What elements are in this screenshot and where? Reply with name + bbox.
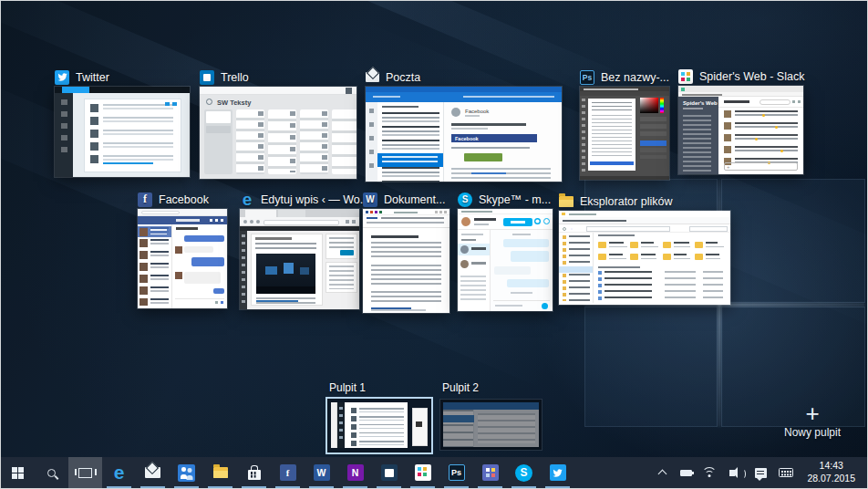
user-avatar <box>346 88 352 94</box>
window-photoshop[interactable]: Ps Bez nazwy-... <box>580 68 669 180</box>
trello-icon <box>381 464 398 481</box>
board-title: SW Teksty <box>217 99 251 107</box>
taskbar-skype[interactable]: S <box>507 457 541 488</box>
folder-item[interactable] <box>695 240 727 252</box>
folder-item[interactable] <box>598 240 630 252</box>
task-view-button[interactable] <box>68 457 102 488</box>
folder-item[interactable] <box>630 240 662 252</box>
send-icon[interactable] <box>542 303 548 309</box>
window-title: Spider's Web - Slack <box>699 70 804 83</box>
window-explorer[interactable]: Eksplorator plików <box>559 192 730 305</box>
message-avatars <box>724 110 731 167</box>
window-facebook-thumbnail <box>138 209 227 308</box>
start-button[interactable] <box>1 457 35 488</box>
tweet-link-line <box>103 162 153 164</box>
window-photoshop-thumbnail <box>580 87 669 180</box>
tray-volume[interactable] <box>721 457 749 488</box>
edge-icon: e <box>112 466 127 479</box>
taskbar-facebook[interactable]: f <box>271 457 305 488</box>
taskbar-mail[interactable] <box>136 457 170 488</box>
window-skype[interactable]: S Skype™ - m... <box>458 190 553 311</box>
call-icons[interactable] <box>543 218 550 224</box>
app-tiles-icon <box>482 464 499 481</box>
taskbar-file-explorer[interactable] <box>203 457 237 488</box>
publish-box <box>326 234 357 259</box>
window-slack-thumbnail: Spider's Web + <box>678 86 803 174</box>
taskbar-slack[interactable] <box>406 457 439 488</box>
tray-battery[interactable] <box>674 457 698 488</box>
window-title: Facebook <box>159 193 209 206</box>
desktop-2-thumbnail[interactable] <box>440 400 542 450</box>
message-items <box>382 112 439 182</box>
window-facebook[interactable]: f Facebook <box>138 190 227 308</box>
inactive-tab[interactable] <box>278 210 305 217</box>
skype-icon: S <box>458 192 472 207</box>
tray-wifi[interactable] <box>698 457 721 488</box>
window-mail[interactable]: Poczta Facebook <box>366 68 562 182</box>
message-input[interactable]: + <box>724 162 798 171</box>
taskbar-clock[interactable]: 14:43 28.07.2015 <box>800 460 863 484</box>
taskbar-edge[interactable]: e <box>102 457 136 488</box>
status-line <box>511 292 532 294</box>
address-box[interactable] <box>586 226 670 232</box>
call-button[interactable] <box>503 218 532 227</box>
browser-icons[interactable] <box>352 220 356 224</box>
folder-item[interactable] <box>630 252 662 264</box>
taskbar-trello[interactable] <box>372 457 406 488</box>
taskbar-word[interactable]: W <box>305 457 338 488</box>
window-trello[interactable]: Trello SW Teksty <box>200 68 356 179</box>
nav-arrows[interactable] <box>563 227 566 231</box>
taskbar-photoshop[interactable]: Ps <box>439 457 473 488</box>
card-avatars <box>258 111 264 172</box>
selected-message[interactable] <box>377 153 443 167</box>
action-center-icon <box>755 468 767 478</box>
tray-chevron-up[interactable] <box>650 457 674 488</box>
onenote-icon: N <box>347 464 364 481</box>
active-tab[interactable] <box>245 210 276 217</box>
url-field[interactable] <box>264 220 339 225</box>
tree-selected[interactable] <box>559 266 593 273</box>
file-explorer-icon <box>559 196 574 207</box>
new-desktop-label: Nowy pulpit <box>784 426 841 439</box>
search-button[interactable] <box>35 457 68 488</box>
window-edge[interactable]: e Edytuj wpis ‹ — Wo... <box>240 190 359 309</box>
window-slack[interactable]: Spider's Web - Slack Spider's Web <box>678 67 803 174</box>
window-title: Trello <box>221 71 249 84</box>
taskbar-twitter[interactable] <box>541 457 574 488</box>
window-twitter[interactable]: Twitter <box>55 68 190 177</box>
taskbar-onenote[interactable]: N <box>338 457 372 488</box>
folder-item[interactable] <box>663 240 695 252</box>
taskbar-people[interactable] <box>170 457 203 488</box>
document-page <box>363 228 450 313</box>
window-controls[interactable] <box>444 211 447 213</box>
gray-bubble <box>184 272 221 284</box>
selected-contact[interactable] <box>458 244 490 255</box>
search-box[interactable] <box>689 226 728 232</box>
tray-action-center[interactable] <box>749 457 772 488</box>
post-image <box>256 254 315 294</box>
chevron-up-icon <box>657 470 666 479</box>
tray-keyboard[interactable] <box>772 457 800 488</box>
search-pill[interactable] <box>141 211 180 214</box>
taskbar-app-tiles[interactable] <box>473 457 507 488</box>
taskbar-store[interactable] <box>237 457 271 488</box>
search-box[interactable] <box>760 99 790 105</box>
contact-status <box>474 224 489 225</box>
date-divider <box>512 234 531 235</box>
new-desktop-button[interactable]: + Nowy pulpit <box>771 391 853 450</box>
start-icon <box>12 467 24 479</box>
folder-item[interactable] <box>598 252 630 264</box>
address-row <box>559 224 730 233</box>
folder-item[interactable] <box>663 252 695 264</box>
nav-buttons[interactable] <box>243 220 247 224</box>
post-title-field <box>255 237 292 240</box>
message-input[interactable] <box>493 300 550 309</box>
chat-input[interactable] <box>175 298 224 305</box>
folder-item[interactable] <box>695 252 727 264</box>
chat-pane <box>172 224 227 308</box>
clock-time: 14:43 <box>807 460 855 473</box>
desktop-1-thumbnail[interactable] <box>328 400 430 452</box>
message-lines <box>735 110 798 167</box>
window-word[interactable]: W Dokument... <box>363 190 450 313</box>
publish-button[interactable] <box>340 250 354 255</box>
